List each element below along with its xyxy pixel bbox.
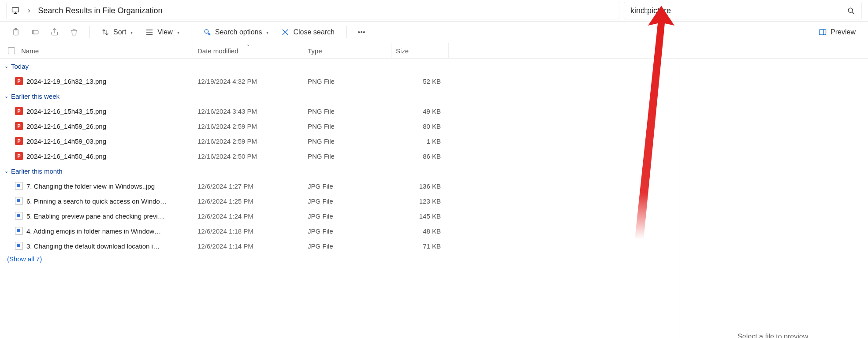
content-area: ⌄TodayP2024-12-19_16h32_13.png12/19/2024… bbox=[0, 59, 868, 338]
file-type: PNG File bbox=[303, 108, 391, 115]
file-row[interactable]: 6. Pinning a search to quick access on W… bbox=[0, 193, 679, 208]
file-row[interactable]: P2024-12-16_15h43_15.png12/16/2024 3:43 … bbox=[0, 104, 679, 119]
address-box[interactable]: › Search Results in File Organization bbox=[6, 2, 619, 19]
paste-button[interactable] bbox=[8, 24, 24, 40]
svg-rect-0 bbox=[12, 7, 19, 12]
file-row[interactable]: 3. Changing the default download locatio… bbox=[0, 238, 679, 253]
sort-button[interactable]: Sort ▾ bbox=[97, 24, 137, 40]
group-header[interactable]: ⌄Earlier this week bbox=[0, 89, 679, 104]
file-type: JPG File bbox=[303, 227, 391, 235]
file-row[interactable]: P2024-12-16_14h59_03.png12/16/2024 2:59 … bbox=[0, 134, 679, 149]
jpg-file-icon bbox=[15, 182, 23, 190]
file-type: PNG File bbox=[303, 123, 391, 130]
search-input[interactable] bbox=[630, 6, 846, 15]
file-name: 5. Enabling preview pane and checking pr… bbox=[26, 212, 164, 220]
group-label: Earlier this week bbox=[11, 93, 60, 100]
svg-point-18 bbox=[358, 32, 360, 33]
toolbar-separator bbox=[346, 26, 346, 38]
search-gear-icon bbox=[203, 28, 212, 37]
file-name: 4. Adding emojis in folder names in Wind… bbox=[26, 227, 161, 235]
pc-icon bbox=[11, 6, 20, 15]
file-size: 48 KB bbox=[391, 227, 449, 235]
search-options-button[interactable]: Search options ▾ bbox=[198, 24, 273, 40]
address-bar-row: › Search Results in File Organization bbox=[0, 0, 868, 21]
file-date: 12/6/2024 1:24 PM bbox=[193, 212, 303, 220]
search-icon[interactable] bbox=[846, 6, 855, 15]
preview-pane-icon bbox=[818, 28, 827, 37]
column-type-label: Type bbox=[308, 47, 322, 55]
file-size: 49 KB bbox=[391, 108, 449, 115]
file-row[interactable]: 5. Enabling preview pane and checking pr… bbox=[0, 208, 679, 223]
file-name: 7. Changing the folder view in Windows..… bbox=[26, 182, 155, 190]
file-type: JPG File bbox=[303, 212, 391, 220]
png-file-icon: P bbox=[15, 137, 23, 145]
show-all-link[interactable]: (Show all 7) bbox=[0, 253, 679, 263]
toolbar: Sort ▾ View ▾ Search options ▾ Close sea… bbox=[0, 22, 868, 43]
column-headers: Name ⌄ Date modified Type Size bbox=[0, 43, 868, 59]
jpg-file-icon bbox=[15, 212, 23, 220]
search-box[interactable] bbox=[624, 2, 862, 19]
file-date: 12/6/2024 1:14 PM bbox=[193, 242, 303, 250]
share-button[interactable] bbox=[47, 24, 63, 40]
column-type[interactable]: Type bbox=[303, 43, 391, 59]
chevron-down-icon: ⌄ bbox=[4, 63, 8, 69]
file-size: 86 KB bbox=[391, 152, 449, 160]
svg-line-4 bbox=[852, 12, 854, 14]
close-search-label: Close search bbox=[293, 28, 334, 36]
close-search-button[interactable]: Close search bbox=[276, 24, 339, 40]
file-date: 12/16/2024 2:50 PM bbox=[193, 152, 303, 160]
jpg-file-icon bbox=[15, 227, 23, 235]
preview-pane: Select a file to preview. bbox=[679, 59, 868, 338]
file-type: PNG File bbox=[303, 152, 391, 160]
breadcrumb-chevron-icon[interactable]: › bbox=[26, 7, 32, 15]
breadcrumb-title[interactable]: Search Results in File Organization bbox=[38, 6, 162, 15]
file-type: JPG File bbox=[303, 182, 391, 190]
group-label: Today bbox=[11, 63, 29, 70]
file-date: 12/16/2024 2:59 PM bbox=[193, 137, 303, 145]
preview-empty-text: Select a file to preview. bbox=[738, 333, 810, 338]
toolbar-separator bbox=[89, 26, 89, 38]
file-row[interactable]: P2024-12-19_16h32_13.png12/19/2024 4:32 … bbox=[0, 74, 679, 89]
file-name: 2024-12-16_14h59_26.png bbox=[26, 123, 106, 130]
column-name[interactable]: Name bbox=[8, 43, 193, 59]
file-name: 2024-12-16_15h43_15.png bbox=[26, 108, 106, 115]
file-date: 12/6/2024 1:25 PM bbox=[193, 197, 303, 205]
file-size: 145 KB bbox=[391, 212, 449, 220]
view-button[interactable]: View ▾ bbox=[141, 24, 183, 40]
file-date: 12/16/2024 3:43 PM bbox=[193, 108, 303, 115]
file-name: 2024-12-19_16h32_13.png bbox=[26, 78, 106, 85]
file-type: PNG File bbox=[303, 78, 391, 85]
file-date: 12/6/2024 1:27 PM bbox=[193, 182, 303, 190]
png-file-icon: P bbox=[15, 122, 23, 130]
column-date-label: Date modified bbox=[197, 47, 238, 55]
rename-button[interactable] bbox=[27, 24, 43, 40]
close-icon bbox=[281, 28, 290, 37]
preview-toggle-button[interactable]: Preview bbox=[814, 24, 860, 40]
file-name: 2024-12-16_14h50_46.png bbox=[26, 152, 106, 160]
file-row[interactable]: P2024-12-16_14h59_26.png12/16/2024 2:59 … bbox=[0, 119, 679, 134]
chevron-down-icon: ▾ bbox=[130, 30, 133, 35]
sort-indicator-icon: ⌄ bbox=[246, 42, 250, 47]
column-spacer bbox=[449, 43, 868, 59]
delete-button[interactable] bbox=[66, 24, 82, 40]
select-all-checkbox[interactable] bbox=[8, 47, 15, 54]
file-name: 6. Pinning a search to quick access on W… bbox=[26, 197, 167, 205]
svg-rect-21 bbox=[820, 30, 826, 35]
toolbar-separator bbox=[191, 26, 191, 38]
file-size: 123 KB bbox=[391, 197, 449, 205]
view-label: View bbox=[157, 28, 172, 36]
column-size-label: Size bbox=[396, 47, 409, 55]
file-row[interactable]: 4. Adding emojis in folder names in Wind… bbox=[0, 223, 679, 238]
file-row[interactable]: 7. Changing the folder view in Windows..… bbox=[0, 178, 679, 193]
column-date[interactable]: ⌄ Date modified bbox=[193, 43, 303, 59]
png-file-icon: P bbox=[15, 152, 23, 160]
file-row[interactable]: P2024-12-16_14h50_46.png12/16/2024 2:50 … bbox=[0, 149, 679, 163]
file-size: 136 KB bbox=[391, 182, 449, 190]
file-name: 3. Changing the default download locatio… bbox=[26, 242, 160, 250]
group-header[interactable]: ⌄Earlier this month bbox=[0, 163, 679, 178]
chevron-down-icon: ▾ bbox=[266, 30, 268, 35]
group-header[interactable]: ⌄Today bbox=[0, 59, 679, 74]
more-button[interactable] bbox=[354, 24, 369, 40]
group-label: Earlier this month bbox=[11, 167, 63, 175]
column-size[interactable]: Size bbox=[391, 43, 449, 59]
